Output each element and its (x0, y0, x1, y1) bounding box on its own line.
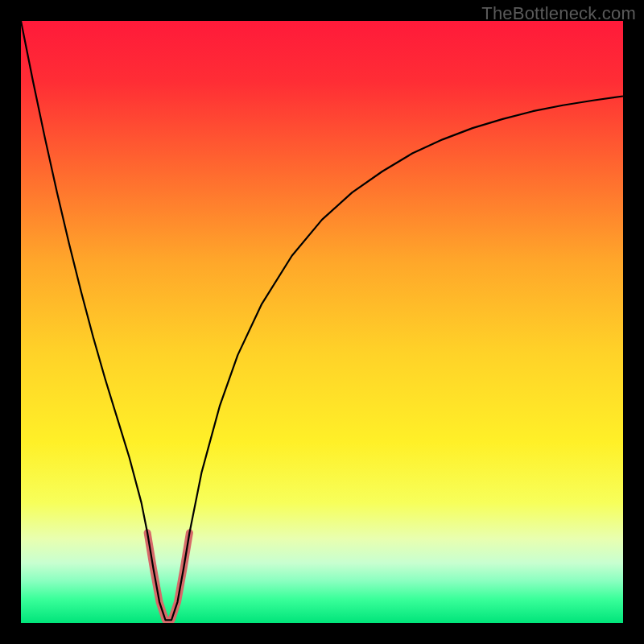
chart-svg (21, 21, 623, 623)
chart-frame: TheBottleneck.com (0, 0, 644, 644)
plot-area (21, 21, 623, 623)
watermark-text: TheBottleneck.com (481, 3, 636, 24)
